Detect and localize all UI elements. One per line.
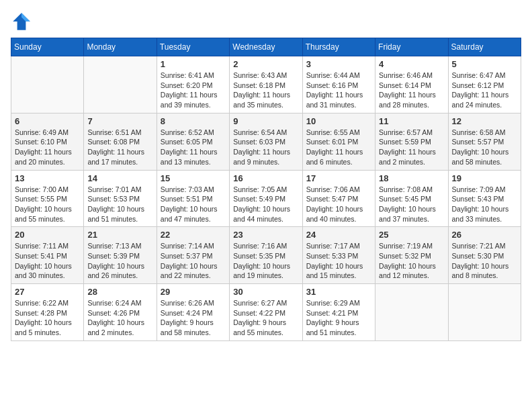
cell-dayinfo: Sunrise: 6:41 AMSunset: 6:20 PMDaylight:… xyxy=(161,71,226,110)
day-number: 20 xyxy=(15,230,80,240)
day-number: 13 xyxy=(15,173,80,183)
calendar-day-cell xyxy=(375,284,448,341)
calendar-day-cell: 26Sunrise: 7:21 AMSunset: 5:30 PMDayligh… xyxy=(448,227,521,284)
calendar-day-cell: 18Sunrise: 7:08 AMSunset: 5:45 PMDayligh… xyxy=(375,170,448,227)
day-number: 31 xyxy=(306,287,371,297)
day-number: 6 xyxy=(15,116,80,126)
calendar-day-cell: 2Sunrise: 6:43 AMSunset: 6:18 PMDaylight… xyxy=(230,56,302,113)
cell-dayinfo: Sunrise: 6:44 AMSunset: 6:16 PMDaylight:… xyxy=(306,71,371,110)
day-number: 9 xyxy=(233,116,298,126)
cell-dayinfo: Sunrise: 7:21 AMSunset: 5:30 PMDaylight:… xyxy=(452,241,517,281)
logo-icon xyxy=(11,11,32,32)
cell-dayinfo: Sunrise: 7:19 AMSunset: 5:32 PMDaylight:… xyxy=(379,241,444,281)
calendar-day-cell: 7Sunrise: 6:51 AMSunset: 6:08 PMDaylight… xyxy=(84,113,157,170)
page-header xyxy=(11,11,521,32)
calendar-table: SundayMondayTuesdayWednesdayThursdayFrid… xyxy=(11,38,521,341)
day-of-week-header: Saturday xyxy=(448,38,521,56)
day-of-week-header: Thursday xyxy=(302,38,375,56)
calendar-day-cell xyxy=(448,284,521,341)
day-number: 12 xyxy=(452,116,517,126)
calendar-day-cell: 5Sunrise: 6:47 AMSunset: 6:12 PMDaylight… xyxy=(448,56,521,113)
calendar-day-cell: 8Sunrise: 6:52 AMSunset: 6:05 PMDaylight… xyxy=(157,113,229,170)
day-number: 17 xyxy=(306,173,371,183)
day-number: 16 xyxy=(233,173,298,183)
cell-dayinfo: Sunrise: 6:52 AMSunset: 6:05 PMDaylight:… xyxy=(161,128,226,167)
day-number: 14 xyxy=(87,173,152,183)
day-number: 25 xyxy=(379,230,444,240)
cell-dayinfo: Sunrise: 6:55 AMSunset: 6:01 PMDaylight:… xyxy=(306,128,371,167)
cell-dayinfo: Sunrise: 7:14 AMSunset: 5:37 PMDaylight:… xyxy=(161,241,226,281)
calendar-day-cell xyxy=(11,56,84,113)
cell-dayinfo: Sunrise: 6:27 AMSunset: 4:22 PMDaylight:… xyxy=(233,298,298,338)
cell-dayinfo: Sunrise: 6:51 AMSunset: 6:08 PMDaylight:… xyxy=(87,128,152,167)
calendar-day-cell: 1Sunrise: 6:41 AMSunset: 6:20 PMDaylight… xyxy=(157,56,229,113)
calendar-day-cell: 16Sunrise: 7:05 AMSunset: 5:49 PMDayligh… xyxy=(230,170,302,227)
cell-dayinfo: Sunrise: 6:47 AMSunset: 6:12 PMDaylight:… xyxy=(452,71,517,110)
cell-dayinfo: Sunrise: 7:03 AMSunset: 5:51 PMDaylight:… xyxy=(161,185,226,224)
calendar-day-cell: 13Sunrise: 7:00 AMSunset: 5:55 PMDayligh… xyxy=(11,170,84,227)
calendar-day-cell: 4Sunrise: 6:46 AMSunset: 6:14 PMDaylight… xyxy=(375,56,448,113)
day-number: 24 xyxy=(306,230,371,240)
day-number: 10 xyxy=(306,116,371,126)
calendar-day-cell: 27Sunrise: 6:22 AMSunset: 4:28 PMDayligh… xyxy=(11,284,84,341)
day-number: 22 xyxy=(161,230,226,240)
day-number: 27 xyxy=(15,287,80,297)
day-of-week-header: Sunday xyxy=(11,38,84,56)
day-number: 15 xyxy=(161,173,226,183)
cell-dayinfo: Sunrise: 7:16 AMSunset: 5:35 PMDaylight:… xyxy=(233,241,298,281)
day-number: 8 xyxy=(161,116,226,126)
day-of-week-header: Wednesday xyxy=(230,38,302,56)
calendar-day-cell: 20Sunrise: 7:11 AMSunset: 5:41 PMDayligh… xyxy=(11,227,84,284)
cell-dayinfo: Sunrise: 7:01 AMSunset: 5:53 PMDaylight:… xyxy=(87,185,152,224)
cell-dayinfo: Sunrise: 7:05 AMSunset: 5:49 PMDaylight:… xyxy=(233,185,298,224)
calendar-header-row: SundayMondayTuesdayWednesdayThursdayFrid… xyxy=(11,38,521,56)
cell-dayinfo: Sunrise: 7:06 AMSunset: 5:47 PMDaylight:… xyxy=(306,185,371,224)
cell-dayinfo: Sunrise: 7:11 AMSunset: 5:41 PMDaylight:… xyxy=(15,241,80,281)
calendar-day-cell: 28Sunrise: 6:24 AMSunset: 4:26 PMDayligh… xyxy=(84,284,157,341)
cell-dayinfo: Sunrise: 6:43 AMSunset: 6:18 PMDaylight:… xyxy=(233,71,298,110)
day-number: 2 xyxy=(233,59,298,69)
day-number: 3 xyxy=(306,59,371,69)
cell-dayinfo: Sunrise: 6:46 AMSunset: 6:14 PMDaylight:… xyxy=(379,71,444,110)
calendar-week-row: 1Sunrise: 6:41 AMSunset: 6:20 PMDaylight… xyxy=(11,56,521,113)
cell-dayinfo: Sunrise: 6:57 AMSunset: 5:59 PMDaylight:… xyxy=(379,128,444,167)
cell-dayinfo: Sunrise: 6:49 AMSunset: 6:10 PMDaylight:… xyxy=(15,128,80,167)
cell-dayinfo: Sunrise: 6:24 AMSunset: 4:26 PMDaylight:… xyxy=(87,298,152,338)
day-number: 5 xyxy=(452,59,517,69)
cell-dayinfo: Sunrise: 6:29 AMSunset: 4:21 PMDaylight:… xyxy=(306,298,371,338)
day-number: 29 xyxy=(161,287,226,297)
calendar-week-row: 27Sunrise: 6:22 AMSunset: 4:28 PMDayligh… xyxy=(11,284,521,341)
day-number: 26 xyxy=(452,230,517,240)
day-of-week-header: Friday xyxy=(375,38,448,56)
day-number: 11 xyxy=(379,116,444,126)
calendar-day-cell: 11Sunrise: 6:57 AMSunset: 5:59 PMDayligh… xyxy=(375,113,448,170)
cell-dayinfo: Sunrise: 6:22 AMSunset: 4:28 PMDaylight:… xyxy=(15,298,80,338)
calendar-day-cell: 17Sunrise: 7:06 AMSunset: 5:47 PMDayligh… xyxy=(302,170,375,227)
logo xyxy=(11,11,35,32)
cell-dayinfo: Sunrise: 6:26 AMSunset: 4:24 PMDaylight:… xyxy=(161,298,226,338)
day-number: 7 xyxy=(87,116,152,126)
calendar-day-cell: 9Sunrise: 6:54 AMSunset: 6:03 PMDaylight… xyxy=(230,113,302,170)
calendar-day-cell: 6Sunrise: 6:49 AMSunset: 6:10 PMDaylight… xyxy=(11,113,84,170)
calendar-day-cell: 24Sunrise: 7:17 AMSunset: 5:33 PMDayligh… xyxy=(302,227,375,284)
calendar-week-row: 6Sunrise: 6:49 AMSunset: 6:10 PMDaylight… xyxy=(11,113,521,170)
cell-dayinfo: Sunrise: 7:00 AMSunset: 5:55 PMDaylight:… xyxy=(15,185,80,224)
calendar-day-cell: 14Sunrise: 7:01 AMSunset: 5:53 PMDayligh… xyxy=(84,170,157,227)
calendar-day-cell: 23Sunrise: 7:16 AMSunset: 5:35 PMDayligh… xyxy=(230,227,302,284)
calendar-day-cell: 12Sunrise: 6:58 AMSunset: 5:57 PMDayligh… xyxy=(448,113,521,170)
calendar-day-cell: 10Sunrise: 6:55 AMSunset: 6:01 PMDayligh… xyxy=(302,113,375,170)
calendar-day-cell: 21Sunrise: 7:13 AMSunset: 5:39 PMDayligh… xyxy=(84,227,157,284)
cell-dayinfo: Sunrise: 6:58 AMSunset: 5:57 PMDaylight:… xyxy=(452,128,517,167)
day-number: 1 xyxy=(161,59,226,69)
calendar-day-cell: 3Sunrise: 6:44 AMSunset: 6:16 PMDaylight… xyxy=(302,56,375,113)
cell-dayinfo: Sunrise: 7:17 AMSunset: 5:33 PMDaylight:… xyxy=(306,241,371,281)
cell-dayinfo: Sunrise: 7:13 AMSunset: 5:39 PMDaylight:… xyxy=(87,241,152,281)
day-number: 4 xyxy=(379,59,444,69)
day-number: 21 xyxy=(87,230,152,240)
calendar-day-cell: 31Sunrise: 6:29 AMSunset: 4:21 PMDayligh… xyxy=(302,284,375,341)
calendar-day-cell: 22Sunrise: 7:14 AMSunset: 5:37 PMDayligh… xyxy=(157,227,229,284)
day-number: 30 xyxy=(233,287,298,297)
day-number: 28 xyxy=(87,287,152,297)
day-number: 19 xyxy=(452,173,517,183)
calendar-day-cell: 25Sunrise: 7:19 AMSunset: 5:32 PMDayligh… xyxy=(375,227,448,284)
